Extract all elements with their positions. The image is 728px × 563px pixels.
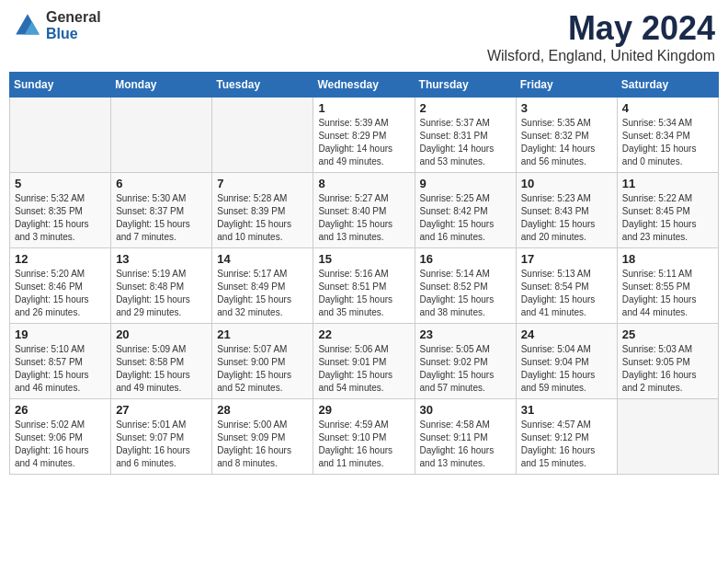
calendar-day-cell: 28Sunrise: 5:00 AM Sunset: 9:09 PM Dayli… <box>212 399 313 475</box>
day-number: 30 <box>420 403 511 417</box>
day-number: 12 <box>15 252 106 266</box>
calendar-day-cell: 17Sunrise: 5:13 AM Sunset: 8:54 PM Dayli… <box>516 248 617 324</box>
day-number: 27 <box>116 403 207 417</box>
day-info: Sunrise: 5:22 AM Sunset: 8:45 PM Dayligh… <box>622 192 713 244</box>
weekday-header-row: SundayMondayTuesdayWednesdayThursdayFrid… <box>10 73 719 98</box>
calendar-table: SundayMondayTuesdayWednesdayThursdayFrid… <box>9 72 719 475</box>
day-number: 3 <box>521 101 612 115</box>
day-info: Sunrise: 4:58 AM Sunset: 9:11 PM Dayligh… <box>420 419 511 470</box>
day-info: Sunrise: 5:16 AM Sunset: 8:51 PM Dayligh… <box>318 268 409 319</box>
day-number: 19 <box>15 327 106 341</box>
day-number: 26 <box>15 403 106 417</box>
calendar-day-cell <box>111 98 212 173</box>
calendar-day-cell: 29Sunrise: 4:59 AM Sunset: 9:10 PM Dayli… <box>313 399 415 475</box>
logo-icon <box>13 11 42 40</box>
weekday-header-tuesday: Tuesday <box>212 73 313 98</box>
logo: General Blue <box>13 9 101 41</box>
day-info: Sunrise: 5:07 AM Sunset: 9:00 PM Dayligh… <box>217 343 308 395</box>
title-block: May 2024 Wilsford, England, United Kingd… <box>487 9 715 64</box>
calendar-day-cell: 12Sunrise: 5:20 AM Sunset: 8:46 PM Dayli… <box>10 248 111 324</box>
day-info: Sunrise: 5:20 AM Sunset: 8:46 PM Dayligh… <box>15 268 106 319</box>
day-number: 6 <box>116 177 207 190</box>
day-info: Sunrise: 5:32 AM Sunset: 8:35 PM Dayligh… <box>15 192 106 244</box>
day-info: Sunrise: 5:01 AM Sunset: 9:07 PM Dayligh… <box>116 419 207 470</box>
day-number: 17 <box>521 252 612 266</box>
calendar-day-cell <box>212 98 313 173</box>
logo-general-label: General <box>46 9 101 26</box>
day-info: Sunrise: 5:06 AM Sunset: 9:01 PM Dayligh… <box>318 343 409 395</box>
day-info: Sunrise: 4:59 AM Sunset: 9:10 PM Dayligh… <box>318 419 409 470</box>
day-number: 5 <box>15 177 106 190</box>
day-info: Sunrise: 5:03 AM Sunset: 9:05 PM Dayligh… <box>622 343 713 395</box>
calendar-day-cell: 16Sunrise: 5:14 AM Sunset: 8:52 PM Dayli… <box>415 248 516 324</box>
day-info: Sunrise: 5:35 AM Sunset: 8:32 PM Dayligh… <box>521 117 612 168</box>
weekday-header-saturday: Saturday <box>617 73 718 98</box>
calendar-day-cell: 11Sunrise: 5:22 AM Sunset: 8:45 PM Dayli… <box>617 173 718 248</box>
calendar-week-row: 12Sunrise: 5:20 AM Sunset: 8:46 PM Dayli… <box>10 248 719 324</box>
day-number: 22 <box>318 327 409 341</box>
calendar-day-cell <box>10 98 111 173</box>
calendar-week-row: 1Sunrise: 5:39 AM Sunset: 8:29 PM Daylig… <box>10 98 719 173</box>
day-number: 16 <box>420 252 511 266</box>
calendar-day-cell: 30Sunrise: 4:58 AM Sunset: 9:11 PM Dayli… <box>415 399 516 475</box>
calendar-day-cell: 1Sunrise: 5:39 AM Sunset: 8:29 PM Daylig… <box>313 98 415 173</box>
weekday-header-wednesday: Wednesday <box>313 73 415 98</box>
calendar-week-row: 19Sunrise: 5:10 AM Sunset: 8:57 PM Dayli… <box>10 324 719 399</box>
day-number: 13 <box>116 252 207 266</box>
calendar-day-cell: 10Sunrise: 5:23 AM Sunset: 8:43 PM Dayli… <box>516 173 617 248</box>
day-info: Sunrise: 4:57 AM Sunset: 9:12 PM Dayligh… <box>521 419 612 470</box>
day-info: Sunrise: 5:37 AM Sunset: 8:31 PM Dayligh… <box>420 117 511 168</box>
day-info: Sunrise: 5:30 AM Sunset: 8:37 PM Dayligh… <box>116 192 207 244</box>
day-info: Sunrise: 5:02 AM Sunset: 9:06 PM Dayligh… <box>15 419 106 470</box>
day-info: Sunrise: 5:25 AM Sunset: 8:42 PM Dayligh… <box>420 192 511 244</box>
day-number: 9 <box>420 177 511 190</box>
calendar-day-cell: 5Sunrise: 5:32 AM Sunset: 8:35 PM Daylig… <box>10 173 111 248</box>
day-number: 10 <box>521 177 612 190</box>
day-info: Sunrise: 5:04 AM Sunset: 9:04 PM Dayligh… <box>521 343 612 395</box>
calendar-day-cell: 6Sunrise: 5:30 AM Sunset: 8:37 PM Daylig… <box>111 173 212 248</box>
day-number: 24 <box>521 327 612 341</box>
calendar-title: May 2024 <box>487 9 715 48</box>
calendar-day-cell: 31Sunrise: 4:57 AM Sunset: 9:12 PM Dayli… <box>516 399 617 475</box>
calendar-day-cell: 13Sunrise: 5:19 AM Sunset: 8:48 PM Dayli… <box>111 248 212 324</box>
day-info: Sunrise: 5:23 AM Sunset: 8:43 PM Dayligh… <box>521 192 612 244</box>
day-info: Sunrise: 5:09 AM Sunset: 8:58 PM Dayligh… <box>116 343 207 395</box>
day-number: 23 <box>420 327 511 341</box>
page-header: General Blue May 2024 Wilsford, England,… <box>9 9 719 64</box>
weekday-header-friday: Friday <box>516 73 617 98</box>
calendar-day-cell: 14Sunrise: 5:17 AM Sunset: 8:49 PM Dayli… <box>212 248 313 324</box>
calendar-day-cell: 22Sunrise: 5:06 AM Sunset: 9:01 PM Dayli… <box>313 324 415 399</box>
day-number: 7 <box>217 177 308 190</box>
day-number: 18 <box>622 252 713 266</box>
calendar-week-row: 5Sunrise: 5:32 AM Sunset: 8:35 PM Daylig… <box>10 173 719 248</box>
day-info: Sunrise: 5:27 AM Sunset: 8:40 PM Dayligh… <box>318 192 409 244</box>
calendar-day-cell: 25Sunrise: 5:03 AM Sunset: 9:05 PM Dayli… <box>617 324 718 399</box>
logo-text: General Blue <box>46 9 101 41</box>
day-info: Sunrise: 5:17 AM Sunset: 8:49 PM Dayligh… <box>217 268 308 319</box>
calendar-day-cell: 15Sunrise: 5:16 AM Sunset: 8:51 PM Dayli… <box>313 248 415 324</box>
day-number: 2 <box>420 101 511 115</box>
day-info: Sunrise: 5:11 AM Sunset: 8:55 PM Dayligh… <box>622 268 713 319</box>
day-info: Sunrise: 5:00 AM Sunset: 9:09 PM Dayligh… <box>217 419 308 470</box>
calendar-day-cell: 23Sunrise: 5:05 AM Sunset: 9:02 PM Dayli… <box>415 324 516 399</box>
day-number: 25 <box>622 327 713 341</box>
calendar-day-cell: 18Sunrise: 5:11 AM Sunset: 8:55 PM Dayli… <box>617 248 718 324</box>
day-number: 14 <box>217 252 308 266</box>
weekday-header-monday: Monday <box>111 73 212 98</box>
day-number: 28 <box>217 403 308 417</box>
day-number: 8 <box>318 177 409 190</box>
day-info: Sunrise: 5:13 AM Sunset: 8:54 PM Dayligh… <box>521 268 612 319</box>
day-number: 1 <box>318 101 409 115</box>
day-info: Sunrise: 5:34 AM Sunset: 8:34 PM Dayligh… <box>622 117 713 168</box>
calendar-day-cell: 7Sunrise: 5:28 AM Sunset: 8:39 PM Daylig… <box>212 173 313 248</box>
weekday-header-thursday: Thursday <box>415 73 516 98</box>
calendar-day-cell: 21Sunrise: 5:07 AM Sunset: 9:00 PM Dayli… <box>212 324 313 399</box>
weekday-header-sunday: Sunday <box>10 73 111 98</box>
day-info: Sunrise: 5:39 AM Sunset: 8:29 PM Dayligh… <box>318 117 409 168</box>
day-number: 31 <box>521 403 612 417</box>
calendar-day-cell: 2Sunrise: 5:37 AM Sunset: 8:31 PM Daylig… <box>415 98 516 173</box>
calendar-day-cell: 8Sunrise: 5:27 AM Sunset: 8:40 PM Daylig… <box>313 173 415 248</box>
day-info: Sunrise: 5:14 AM Sunset: 8:52 PM Dayligh… <box>420 268 511 319</box>
day-number: 15 <box>318 252 409 266</box>
calendar-day-cell: 27Sunrise: 5:01 AM Sunset: 9:07 PM Dayli… <box>111 399 212 475</box>
